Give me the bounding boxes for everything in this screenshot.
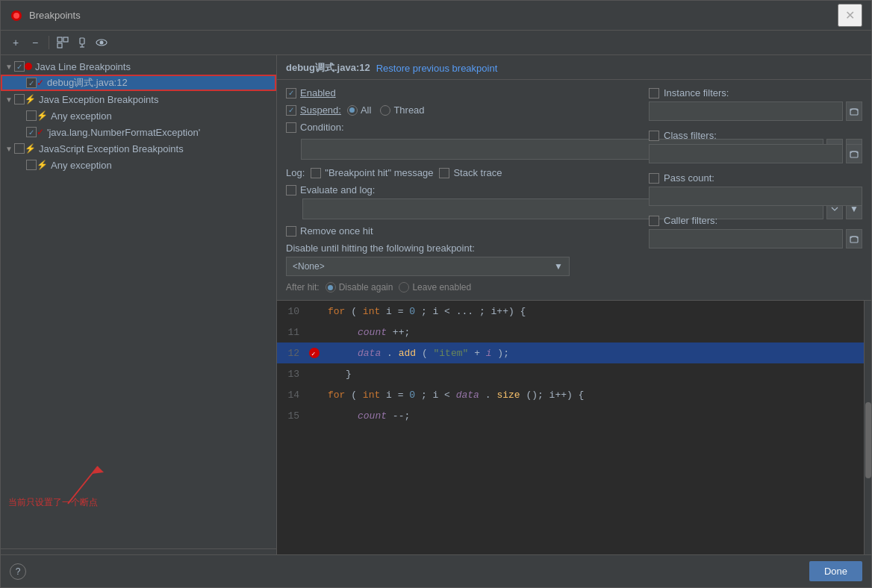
code-keyword: for [328, 306, 345, 317]
remove-once-text: Remove once hit [300, 225, 373, 237]
lightning-icon-any-js: ⚡ [37, 160, 48, 170]
disable-again-radio[interactable] [326, 282, 336, 293]
group-checkbox-java-line[interactable] [14, 61, 25, 72]
pin-button[interactable] [73, 34, 91, 51]
evaluate-checkbox[interactable] [286, 185, 296, 196]
log-stacktrace-label[interactable]: Stack trace [439, 167, 502, 178]
none-select[interactable]: <None> ▼ [286, 257, 570, 276]
instance-filters-input[interactable] [649, 101, 843, 121]
code-scrollbar-v[interactable] [864, 301, 871, 554]
log-bphit-text: "Breakpoint hit" message [325, 167, 433, 178]
suspend-thread-radio-label[interactable]: Thread [380, 104, 424, 116]
annotation-text: 当前只设置了一个断点 [8, 496, 98, 509]
caller-filters-input[interactable] [649, 229, 843, 248]
code-content-14: for ( int i = 0 ; i < data . size (); i+… [322, 390, 871, 401]
expand-toggle-exception[interactable]: ▼ [4, 96, 14, 104]
remove-button[interactable]: − [26, 34, 44, 51]
code-dot: . [387, 348, 393, 359]
restore-link[interactable]: Restore previous breakpoint [376, 63, 498, 74]
line-num-14: 14 [277, 390, 307, 401]
code-scroll[interactable]: 10 for ( int i = 0 ; i < ... ; i++) { [277, 301, 871, 554]
breakpoints-tree[interactable]: ▼ Java Line Breakpoints ✓ debug调式.java:1… [1, 55, 276, 459]
enabled-checkbox[interactable] [286, 88, 296, 98]
pass-count-checkbox[interactable] [649, 173, 659, 184]
group-checkbox-js[interactable] [14, 143, 25, 154]
evaluate-label[interactable]: Evaluate and log: [286, 184, 375, 196]
item-checkbox-any-exception[interactable] [26, 110, 37, 121]
class-filters-input[interactable] [649, 144, 843, 163]
log-bphit-checkbox[interactable] [311, 168, 321, 178]
suspend-checkbox[interactable] [286, 105, 296, 116]
pass-count-input-row [649, 187, 862, 206]
remove-once-checkbox[interactable] [286, 226, 296, 237]
suspend-thread-radio[interactable] [380, 105, 390, 116]
item-checkbox-any-exception-js[interactable] [26, 160, 37, 170]
code-num: 0 [409, 306, 415, 317]
leave-enabled-label[interactable]: Leave enabled [399, 282, 471, 293]
done-button[interactable]: Done [809, 561, 862, 581]
annotation-area: 当前只设置了一个断点 [1, 459, 276, 548]
expand-toggle[interactable]: ▼ [4, 63, 14, 71]
toolbar-separator [49, 36, 49, 49]
item-checkbox-nfe[interactable] [26, 127, 37, 137]
instance-filters-checkbox[interactable] [649, 88, 659, 98]
code-line-14: 14 for ( int i = 0 ; i < data . size [277, 384, 871, 405]
code-var-i: i [486, 348, 492, 359]
evaluate-text: Evaluate and log: [300, 184, 375, 196]
pass-count-input[interactable] [649, 187, 862, 206]
leave-enabled-radio[interactable] [399, 282, 409, 293]
dialog-icon [10, 9, 23, 22]
tree-item-any-exception[interactable]: ⚡ Any exception [1, 107, 276, 124]
class-filters-checkbox[interactable] [649, 131, 659, 141]
suspend-all-radio[interactable] [347, 105, 358, 116]
instance-filters-btn[interactable] [846, 101, 862, 121]
add-button[interactable]: + [7, 34, 25, 51]
tree-group-java-line[interactable]: ▼ Java Line Breakpoints [1, 58, 276, 75]
tree-group-java-exception[interactable]: ▼ ⚡ Java Exception Breakpoints [1, 91, 276, 107]
tree-item-any-exception-js[interactable]: ⚡ Any exception [1, 157, 276, 173]
condition-label[interactable]: Condition: [286, 122, 344, 133]
caller-filters-checkbox[interactable] [649, 216, 659, 226]
code-num-0-2: 0 [409, 390, 415, 401]
close-button[interactable]: ✕ [838, 4, 862, 27]
svg-rect-4 [57, 43, 62, 48]
leave-enabled-text: Leave enabled [412, 282, 471, 293]
caller-filters-btn[interactable] [846, 229, 862, 248]
breakpoint-icon: ✓ [308, 347, 320, 359]
main-content: ▼ Java Line Breakpoints ✓ debug调式.java:1… [1, 55, 871, 554]
log-stacktrace-checkbox[interactable] [439, 168, 449, 178]
group-checkbox-java-exception[interactable] [14, 94, 25, 104]
suspend-radio-group: All Thread [347, 104, 425, 116]
eye-button[interactable] [93, 34, 110, 51]
tree-group-js-exception[interactable]: ▼ ⚡ JavaScript Exception Breakpoints [1, 140, 276, 157]
enabled-label[interactable]: Enabled [286, 87, 336, 98]
tree-item-number-format[interactable]: ✓ 'java.lang.NumberFormatException' [1, 124, 276, 140]
svg-point-9 [100, 41, 104, 45]
caller-filters-section: Caller filters: [649, 215, 862, 248]
svg-rect-3 [63, 37, 68, 42]
tree-item-debug-12[interactable]: ✓ debug调式.java:12 [1, 75, 276, 91]
code-var-data2: data [456, 390, 479, 401]
code-method-size: size [496, 390, 520, 401]
code-line-12: 12 ✓ data . add ( "item" [277, 343, 871, 363]
code-method-add: add [399, 348, 416, 359]
code-content-11: count ++; [322, 327, 871, 338]
condition-checkbox[interactable] [286, 122, 296, 133]
folder-icon-3 [850, 234, 859, 243]
item-checkbox-debug12[interactable] [26, 78, 37, 88]
item-label-nfe: 'java.lang.NumberFormatException' [47, 127, 200, 138]
log-bphit-label[interactable]: "Breakpoint hit" message [311, 167, 433, 178]
code-line-13: 13 } [277, 363, 871, 384]
disable-again-label[interactable]: Disable again [326, 282, 393, 293]
scrollbar-thumb[interactable] [865, 402, 871, 478]
expand-toggle-js[interactable]: ▼ [4, 145, 14, 153]
group-label-js: JavaScript Exception Breakpoints [39, 143, 184, 154]
suspend-thread-text: Thread [393, 104, 424, 116]
suspend-all-radio-label[interactable]: All [347, 104, 371, 116]
caller-filters-label: Caller filters: [664, 215, 717, 226]
help-button[interactable]: ? [10, 563, 26, 580]
class-filters-label: Class filters: [664, 130, 717, 141]
class-filters-btn[interactable] [846, 144, 862, 163]
group-button[interactable] [54, 34, 72, 51]
horizontal-scrollbar[interactable] [1, 548, 276, 554]
